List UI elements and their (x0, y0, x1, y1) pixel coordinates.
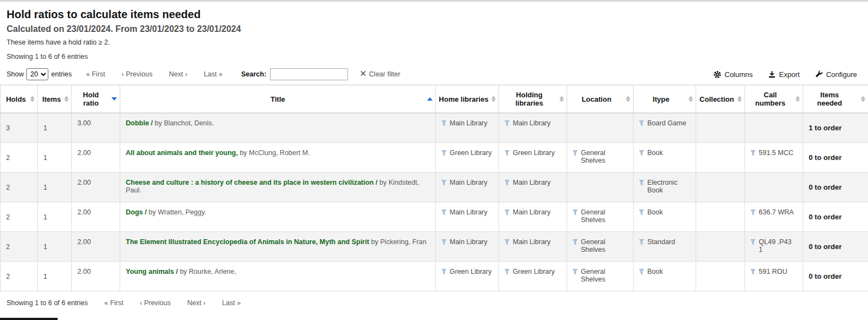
itype-value: Electronic Book (647, 179, 690, 194)
table-row: 212.00Cheese and culture : a history of … (1, 173, 868, 202)
pagination-previous[interactable]: ‹ Previous (122, 70, 153, 78)
search-input[interactable] (270, 68, 348, 80)
table-row: 212.00All about animals and their young,… (1, 143, 868, 173)
showing-entries-top: Showing 1 to 6 of 6 entries (7, 53, 861, 60)
sort-asc-icon (427, 97, 433, 101)
column-header-holds[interactable]: Holds (1, 85, 38, 113)
table-row: 212.00The Element Illustrated Encycloped… (1, 232, 868, 262)
export-button[interactable]: Export (768, 70, 800, 79)
column-header-items_needed[interactable]: Items needed (803, 85, 868, 113)
home-library-cell: Main Library (436, 173, 499, 202)
toolbar-button-label: Configure (826, 70, 857, 79)
column-header-hold_ratio[interactable]: Hold ratio (72, 85, 120, 113)
filter-icon[interactable] (505, 150, 509, 158)
column-header-call_numbers[interactable]: Call numbers (745, 85, 803, 113)
items-needed-value: 0 to order (809, 153, 842, 162)
filter-icon[interactable] (441, 150, 446, 158)
filter-icon[interactable] (573, 150, 578, 158)
table-toolbar: Show 20 entries « First‹ PreviousNext ›L… (7, 68, 861, 80)
holding-library-cell: Main Library (499, 173, 567, 202)
call-number-cell (745, 113, 803, 143)
clear-filter-button[interactable]: Clear filter (360, 70, 400, 78)
pagination-previous[interactable]: ‹ Previous (140, 299, 171, 307)
call-number-value: QL49 .P43 1 (759, 238, 797, 253)
title-link[interactable]: Dobble / (126, 119, 153, 127)
column-label: Holds (6, 95, 26, 103)
itype-value: Book (647, 208, 663, 216)
pagination-first[interactable]: « First (104, 299, 124, 307)
page-title: Hold ratios to calculate items needed (7, 8, 861, 21)
page-size-select[interactable]: 20 (26, 68, 48, 80)
filter-icon[interactable] (639, 209, 644, 217)
title-link[interactable]: Young animals / (126, 268, 178, 275)
holds-cell: 2 (1, 232, 38, 262)
filter-icon[interactable] (441, 239, 446, 247)
filter-icon[interactable] (751, 150, 755, 158)
filter-icon[interactable] (441, 180, 446, 187)
show-label: Show (7, 70, 24, 78)
hold-ratio-cell: 2.00 (72, 143, 120, 173)
title-link[interactable]: Cheese and culture : a history of cheese… (126, 179, 377, 186)
location-cell: General Shelves (567, 232, 634, 262)
column-label: Items needed (817, 91, 842, 107)
filter-icon[interactable] (505, 209, 509, 217)
column-header-holding_libraries[interactable]: Holding libraries (499, 85, 567, 113)
column-header-itype[interactable]: Itype (634, 85, 696, 113)
filter-icon[interactable] (639, 180, 644, 187)
filter-icon[interactable] (505, 180, 509, 187)
author-text: by Rourke, Arlene, (178, 268, 236, 275)
filter-icon[interactable] (573, 209, 578, 217)
home-library-cell: Green Library (436, 262, 499, 291)
column-label: Itype (653, 95, 669, 103)
filter-icon[interactable] (441, 120, 446, 128)
itype-cell: Book (634, 202, 696, 232)
clear-filter-label: Clear filter (369, 70, 400, 78)
filter-icon[interactable] (639, 239, 644, 247)
location-cell: General Shelves (567, 202, 634, 232)
title-link[interactable]: The Element Illustrated Encyclopedia of … (126, 238, 369, 246)
call-number-cell (745, 173, 803, 202)
table-footer: Showing 1 to 6 of 6 entries « First‹ Pre… (7, 299, 861, 307)
filter-icon[interactable] (441, 209, 446, 217)
pagination-last[interactable]: Last » (204, 70, 222, 78)
title-cell: Cheese and culture : a history of cheese… (120, 173, 436, 202)
column-label: Home libraries (439, 95, 488, 103)
items-needed-value: 0 to order (809, 213, 842, 221)
columns-button[interactable]: Columns (713, 70, 753, 79)
filter-icon[interactable] (751, 269, 755, 277)
itype-cell: Board Game (634, 113, 696, 143)
configure-button[interactable]: Configure (815, 70, 857, 79)
filter-icon[interactable] (639, 150, 644, 158)
pagination-next[interactable]: Next › (187, 299, 205, 307)
filter-icon[interactable] (639, 269, 644, 277)
filter-icon[interactable] (505, 239, 509, 247)
home-library-value: Green Library (450, 268, 491, 275)
title-link[interactable]: Dogs / (126, 208, 147, 216)
filter-icon[interactable] (573, 269, 578, 277)
filter-icon[interactable] (751, 239, 755, 247)
hold-ratio-note: These items have a hold ratio ≥ 2. (7, 38, 861, 46)
column-header-title[interactable]: Title (120, 85, 436, 113)
title-link[interactable]: All about animals and their young, (126, 149, 238, 157)
holding-library-value: Green Library (513, 268, 555, 275)
filter-icon[interactable] (751, 209, 755, 217)
filter-icon[interactable] (639, 120, 644, 128)
itype-cell: Book (634, 143, 696, 173)
sort-both-icon (626, 96, 630, 103)
column-header-items[interactable]: Items (38, 85, 72, 113)
home-library-cell: Main Library (436, 202, 499, 232)
pagination-last[interactable]: Last » (222, 299, 240, 307)
column-label: Location (581, 95, 611, 103)
sort-both-icon (737, 96, 742, 103)
holds-cell: 2 (1, 202, 38, 232)
holds-cell: 3 (1, 113, 38, 143)
column-header-location[interactable]: Location (567, 85, 634, 113)
filter-icon[interactable] (573, 239, 578, 247)
filter-icon[interactable] (505, 120, 509, 128)
column-header-home_libraries[interactable]: Home libraries (436, 85, 499, 113)
filter-icon[interactable] (441, 269, 446, 277)
column-header-collection[interactable]: Collection (696, 85, 745, 113)
pagination-first[interactable]: « First (86, 70, 105, 78)
filter-icon[interactable] (505, 269, 509, 277)
pagination-next[interactable]: Next › (169, 70, 187, 78)
